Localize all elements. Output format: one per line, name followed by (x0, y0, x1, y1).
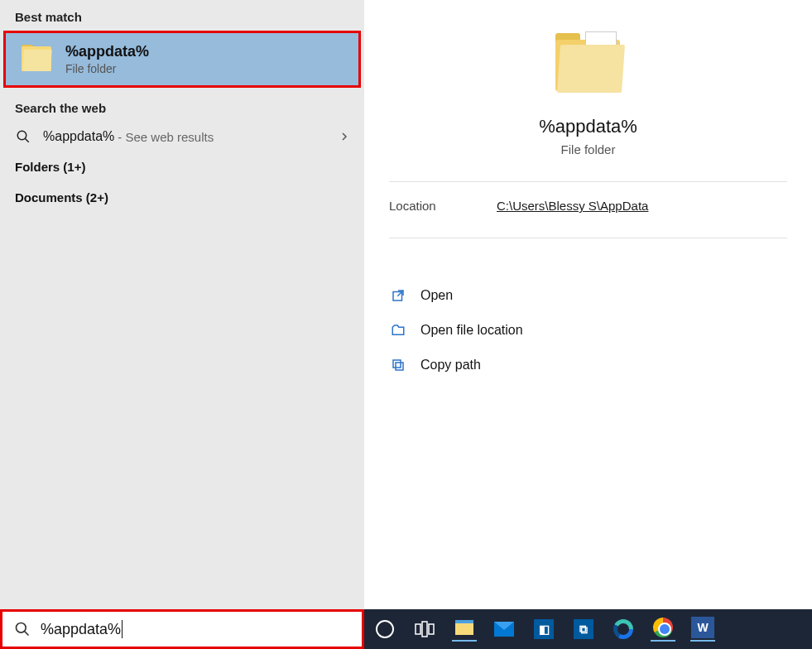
search-icon (15, 128, 31, 145)
app-tile-2-icon[interactable]: ⧉ (571, 617, 596, 642)
svg-line-1 (25, 138, 29, 142)
word-icon[interactable]: W (690, 617, 715, 642)
results-pane: Best match %appdata% File folder Search … (0, 0, 364, 609)
folder-open-icon (389, 321, 407, 339)
web-query: %appdata% (43, 129, 114, 144)
category-documents[interactable]: Documents (2+) (0, 182, 364, 213)
svg-rect-10 (429, 624, 434, 634)
search-web-header: Search the web (0, 91, 364, 122)
svg-line-7 (25, 632, 29, 636)
search-input-text: %appdata% (41, 621, 121, 638)
divider (389, 238, 787, 238)
preview-title: %appdata% (364, 116, 812, 137)
best-match-title: %appdata% (65, 43, 149, 60)
svg-point-6 (17, 623, 26, 633)
actions-list: Open Open file location Copy path (364, 278, 812, 382)
cortana-icon[interactable] (372, 617, 397, 642)
svg-rect-9 (422, 622, 427, 637)
location-label: Location (389, 199, 497, 213)
best-match-header: Best match (0, 0, 364, 31)
text-caret (122, 620, 123, 638)
action-open-label: Open (420, 288, 453, 303)
location-row: Location C:\Users\Blessy S\AppData (364, 182, 812, 213)
taskbar: ◧ ⧉ W (364, 609, 812, 649)
action-copy-path[interactable]: Copy path (389, 348, 812, 382)
search-input[interactable]: %appdata% (0, 609, 364, 649)
web-result-row[interactable]: %appdata% - See web results (0, 122, 364, 151)
app-tile-1-icon[interactable]: ◧ (531, 617, 556, 642)
location-link[interactable]: C:\Users\Blessy S\AppData (497, 199, 648, 213)
svg-rect-8 (416, 624, 420, 634)
folder-icon (21, 45, 54, 75)
bottom-bar: %appdata% ◧ ⧉ W (0, 609, 812, 649)
preview-pane: %appdata% File folder Location C:\Users\… (364, 0, 812, 609)
action-open-location-label: Open file location (420, 323, 523, 338)
edge-icon[interactable] (611, 617, 636, 642)
mail-icon[interactable] (492, 617, 517, 642)
folder-icon-large (554, 33, 623, 96)
file-explorer-icon[interactable] (452, 617, 477, 642)
category-folders[interactable]: Folders (1+) (0, 151, 364, 182)
copy-icon (389, 356, 407, 374)
best-match-text: %appdata% File folder (65, 43, 149, 75)
chrome-icon[interactable] (651, 617, 675, 642)
windows-search-panel: Best match %appdata% File folder Search … (0, 0, 812, 649)
search-icon (14, 621, 31, 637)
action-open[interactable]: Open (389, 278, 812, 313)
main-area: Best match %appdata% File folder Search … (0, 0, 812, 609)
open-icon (389, 286, 407, 305)
svg-rect-4 (396, 363, 403, 370)
task-view-icon[interactable] (412, 617, 437, 642)
web-suffix: - See web results (118, 130, 214, 144)
action-open-location[interactable]: Open file location (389, 313, 812, 348)
chevron-right-icon (339, 129, 349, 144)
best-match-result[interactable]: %appdata% File folder (3, 31, 361, 88)
action-copy-path-label: Copy path (420, 358, 481, 373)
best-match-subtitle: File folder (65, 62, 149, 75)
svg-point-0 (17, 131, 26, 140)
preview-subtitle: File folder (364, 142, 812, 156)
svg-rect-5 (393, 360, 401, 368)
